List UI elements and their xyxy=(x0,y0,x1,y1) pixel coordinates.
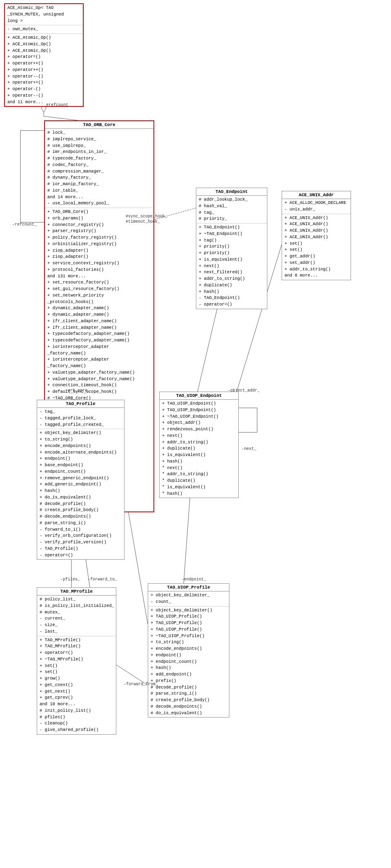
tao-uiop-endpoint-box: TAO_UIOP_Endpoint + TAO_UIOP_Endpoint() … xyxy=(159,392,239,498)
tao-uiop-profile-title: TAO_UIOP_Profile xyxy=(148,584,229,591)
tao-endpoint-methods: + TAO_Endpoint() + ~TAO_Endpoint() + tag… xyxy=(196,224,267,309)
tao-profile-methods: + object_key_delimiter() + to_string() +… xyxy=(37,429,124,559)
tao-endpoint-box: TAO_Endpoint # addr_lookup_lock_ # hash_… xyxy=(196,188,267,309)
tao-mprofile-title: TAO_MProfile xyxy=(37,588,116,596)
ace-atomic-methods: + ACE_Atomic_Op() + ACE_Atomic_Op() + AC… xyxy=(5,34,83,106)
label-timeout-hook: #timeout_hook_ xyxy=(126,219,160,224)
ace-atomic-header: ACE_Atomic_Op< TAO _SYNCH_MUTEX, unsigne… xyxy=(5,4,83,25)
ace-unix-addr-box: ACE_UNIX_Addr + ACE_ALLOC_HOOK_DECLARE -… xyxy=(282,191,351,280)
tao-endpoint-attrs: # addr_lookup_lock_ # hash_val_ # tag_ #… xyxy=(196,196,267,224)
label-pfiles: -pfiles_ xyxy=(60,577,80,582)
svg-line-1 xyxy=(44,116,78,120)
ace-atomic-attrs: - own_mutex_ xyxy=(5,25,83,34)
label-sync-scope-hook: #sync_scope_hook_ xyxy=(126,214,167,219)
label-forward-from: -forward_from_ xyxy=(124,682,158,686)
label-orb-core: -orb_core_ xyxy=(65,388,90,393)
ace-atomic-op-box: ACE_Atomic_Op< TAO _SYNCH_MUTEX, unsigne… xyxy=(4,3,84,107)
tao-endpoint-title: TAO_Endpoint xyxy=(196,188,267,196)
tao-orb-core-attrs: # lock_ # implrepo_service_ # use_implre… xyxy=(45,129,153,208)
label-refcount-top: #refcount_ xyxy=(46,103,71,107)
tao-profile-box: TAO_Profile - tag_ - tagged_profile_lock… xyxy=(37,400,124,560)
tao-mprofile-attrs: # policy_list_ # is_policy_list_initiali… xyxy=(37,596,116,636)
tao-profile-attrs: - tag_ - tagged_profile_lock_ - tagged_p… xyxy=(37,408,124,429)
label-refcount-left: -refcount_ xyxy=(12,222,37,227)
label-next: -next_ xyxy=(242,447,256,451)
tao-uiop-profile-attrs: + object_key_delimiter_ - count_ xyxy=(148,591,229,607)
tao-uiop-profile-box: TAO_UIOP_Profile + object_key_delimiter_… xyxy=(148,583,229,717)
diagram-container: ACE_Atomic_Op< TAO _SYNCH_MUTEX, unsigne… xyxy=(0,0,391,868)
ace-unix-addr-title: ACE_UNIX_Addr xyxy=(282,191,351,199)
label-endpoint: -endpoint_ xyxy=(182,577,206,582)
tao-uiop-endpoint-title: TAO_UIOP_Endpoint xyxy=(160,392,238,400)
tao-mprofile-methods: + TAO_MProfile() + TAO_MProfile() + oper… xyxy=(37,636,116,734)
tao-profile-title: TAO_Profile xyxy=(37,400,124,408)
tao-uiop-endpoint-methods: + TAO_UIOP_Endpoint() + TAO_UIOP_Endpoin… xyxy=(160,400,238,498)
tao-orb-core-title: TAO_ORB_Core xyxy=(45,121,153,129)
tao-uiop-profile-methods: + object_key_delimiter() + TAO_UIOP_Prof… xyxy=(148,607,229,717)
ace-unix-addr-attrs: + ACE_ALLOC_HOOK_DECLARE - unix_addr_ xyxy=(282,199,351,214)
tao-mprofile-box: TAO_MProfile # policy_list_ # is_policy_… xyxy=(37,587,116,735)
label-forward-to: -forward_to_ xyxy=(88,577,117,582)
ace-unix-addr-methods: + ACE_UNIX_Addr() + ACE_UNIX_Addr() + AC… xyxy=(282,214,351,280)
